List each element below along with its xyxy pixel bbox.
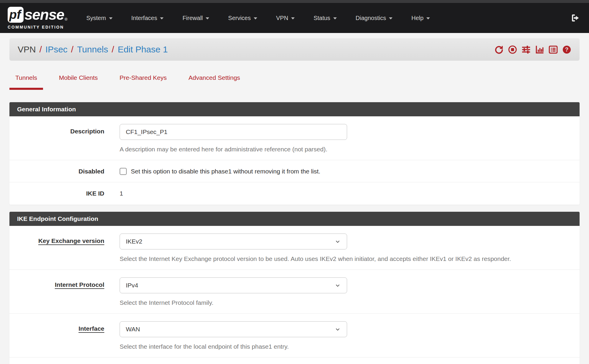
tab-pre-shared-keys[interactable]: Pre-Shared Keys <box>114 74 173 90</box>
pf-logo-box: pf <box>8 7 24 23</box>
sliders-icon[interactable] <box>522 45 531 54</box>
general-information-panel: General Information Description A descri… <box>9 102 580 205</box>
breadcrumb-bar: VPN / IPsec / Tunnels / Edit Phase 1 <box>9 38 580 61</box>
refresh-icon[interactable] <box>494 45 504 54</box>
key-exchange-help: Select the Internet Key Exchange protoco… <box>120 255 580 262</box>
breadcrumb-tunnels[interactable]: Tunnels <box>77 44 108 54</box>
chevron-down-icon <box>109 17 113 19</box>
chevron-down-icon <box>334 282 341 289</box>
list-icon[interactable] <box>549 45 558 54</box>
svg-text:?: ? <box>565 46 569 52</box>
remote-gateway-row: Remote Gateway Enter the public IP addre… <box>9 358 580 364</box>
tab-advanced-settings[interactable]: Advanced Settings <box>183 74 246 90</box>
tab-tunnels[interactable]: Tunnels <box>9 74 43 90</box>
breadcrumb: VPN / IPsec / Tunnels / Edit Phase 1 <box>18 44 168 54</box>
menu-help[interactable]: Help <box>411 15 430 21</box>
help-icon[interactable]: ? <box>562 45 571 54</box>
chevron-down-icon <box>333 17 337 19</box>
chevron-down-icon <box>334 326 341 332</box>
breadcrumb-separator: / <box>39 44 42 54</box>
logo-subtitle: COMMUNITY EDITION <box>8 25 67 29</box>
menu-vpn[interactable]: VPN <box>276 15 295 21</box>
window-top-strip <box>0 0 589 3</box>
interface-row: Interface WAN Select the interface for t… <box>9 314 580 358</box>
sign-out-icon[interactable] <box>571 13 580 23</box>
breadcrumb-separator: / <box>112 44 114 54</box>
panel-title: General Information <box>9 102 580 116</box>
bar-chart-icon[interactable] <box>535 45 544 54</box>
disabled-row: Disabled Set this option to disable this… <box>9 160 580 182</box>
main-menu: System Interfaces Firewall Services VPN … <box>86 15 430 21</box>
ike-id-row: IKE ID 1 <box>9 182 580 204</box>
description-input[interactable] <box>120 124 347 140</box>
menu-status[interactable]: Status <box>314 15 337 21</box>
chevron-down-icon <box>389 17 392 19</box>
disabled-label: Disabled <box>78 168 104 175</box>
description-label: Description <box>70 128 104 135</box>
disabled-text: Set this option to disable this phase1 w… <box>131 168 320 175</box>
description-row: Description A description may be entered… <box>9 116 580 160</box>
ike-endpoint-panel: IKE Endpoint Configuration Key Exchange … <box>9 212 580 364</box>
menu-system[interactable]: System <box>86 15 113 21</box>
internet-protocol-select[interactable]: IPv4 <box>120 277 347 293</box>
internet-protocol-label: Internet Protocol <box>55 281 104 288</box>
disabled-checkbox[interactable] <box>120 168 127 175</box>
logo-sense-text: sense <box>24 7 64 22</box>
breadcrumb-ipsec[interactable]: IPsec <box>45 44 67 54</box>
menu-diagnostics[interactable]: Diagnostics <box>356 15 392 21</box>
chevron-down-icon <box>291 17 295 19</box>
interface-select[interactable]: WAN <box>120 321 347 337</box>
chevron-down-icon <box>426 17 430 19</box>
pfsense-logo[interactable]: pf sense ® COMMUNITY EDITION <box>8 7 67 29</box>
tab-bar: Tunnels Mobile Clients Pre-Shared Keys A… <box>9 74 580 90</box>
registered-mark: ® <box>65 17 67 21</box>
ike-id-value: 1 <box>120 190 123 197</box>
breadcrumb-separator: / <box>71 44 73 54</box>
chevron-down-icon <box>206 17 209 19</box>
panel-title: IKE Endpoint Configuration <box>9 212 580 226</box>
internet-protocol-help: Select the Internet Protocol family. <box>120 299 580 306</box>
key-exchange-label: Key Exchange version <box>38 237 104 244</box>
ike-id-label: IKE ID <box>86 190 104 197</box>
menu-services[interactable]: Services <box>228 15 257 21</box>
stop-icon[interactable] <box>508 45 517 54</box>
tab-mobile-clients[interactable]: Mobile Clients <box>53 74 104 90</box>
chevron-down-icon <box>254 17 257 19</box>
interface-help: Select the interface for the local endpo… <box>120 343 580 350</box>
description-help: A description may be entered here for ad… <box>120 146 580 153</box>
breadcrumb-vpn: VPN <box>18 44 36 54</box>
key-exchange-row: Key Exchange version IKEv2 Select the In… <box>9 226 580 270</box>
chevron-down-icon <box>334 238 341 245</box>
breadcrumb-edit-phase-1[interactable]: Edit Phase 1 <box>118 44 168 54</box>
menu-interfaces[interactable]: Interfaces <box>131 15 164 21</box>
key-exchange-select[interactable]: IKEv2 <box>120 234 347 249</box>
page-actions: ? <box>494 45 571 54</box>
internet-protocol-row: Internet Protocol IPv4 Select the Intern… <box>9 270 580 314</box>
navbar: pf sense ® COMMUNITY EDITION System Inte… <box>0 3 589 33</box>
chevron-down-icon <box>160 17 164 19</box>
interface-label: Interface <box>78 325 104 332</box>
menu-firewall[interactable]: Firewall <box>182 15 209 21</box>
